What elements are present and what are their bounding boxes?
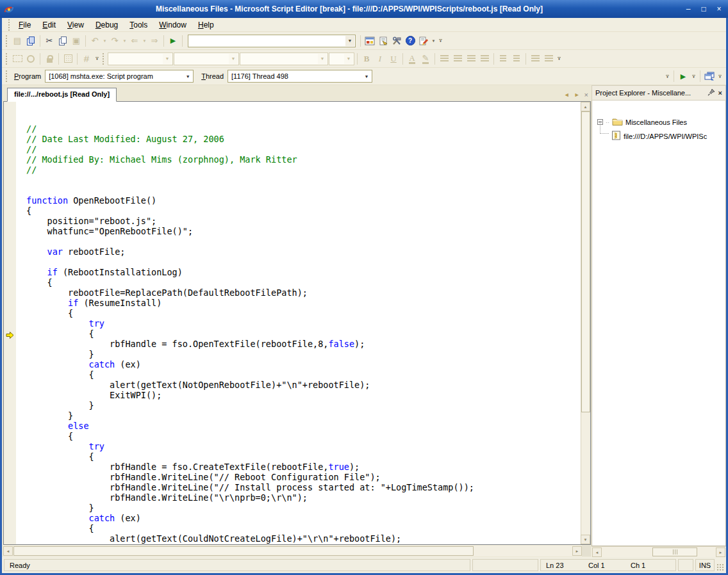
combo-arrow-icon[interactable]: ▼ <box>344 54 353 64</box>
toolbar-grip[interactable] <box>6 53 8 65</box>
copy-button[interactable] <box>56 34 69 48</box>
maximize-button[interactable]: □ <box>699 4 709 13</box>
tree-item-root[interactable]: ·· Miscellaneous Files <box>597 117 687 127</box>
code-line[interactable]: whatfunc="OpenRebootFile()"; <box>26 226 581 236</box>
font-format-combo[interactable]: ▼ <box>240 53 328 65</box>
code-line[interactable]: if (RebootInstallationLog) <box>26 267 581 277</box>
code-line[interactable]: rebootFile=ReplacePath(DefaultRebootFile… <box>26 288 581 298</box>
project-explorer-button[interactable] <box>363 34 376 48</box>
highlight-button[interactable]: ✎ <box>419 52 432 66</box>
panel-close-icon[interactable]: × <box>718 89 722 97</box>
code-line[interactable]: { <box>26 277 581 288</box>
style-combo[interactable]: ▼ <box>108 53 173 65</box>
menubar-grip[interactable] <box>8 19 10 31</box>
code-area[interactable]: //// Date Last Modified: August 27, 2006… <box>16 102 581 544</box>
resize-grip[interactable] <box>716 563 724 571</box>
scroll-thumb[interactable] <box>652 547 697 556</box>
code-line[interactable]: // <box>26 124 581 134</box>
windows-cascade-button[interactable] <box>703 69 716 83</box>
bold-button[interactable]: B <box>360 52 373 66</box>
code-line[interactable] <box>26 257 581 267</box>
menu-view[interactable]: View <box>62 19 90 31</box>
toolbox-button[interactable] <box>390 34 403 48</box>
code-line[interactable]: var rebootFile; <box>26 247 581 257</box>
code-line[interactable]: { <box>26 523 581 533</box>
command-combo[interactable]: ▼ <box>188 35 356 47</box>
code-line[interactable]: rbfHandle = fso.CreateTextFile(rebootFil… <box>26 462 581 472</box>
project-tree[interactable]: ·· Miscellaneous Files file:///D:/APPS/W… <box>592 101 726 546</box>
code-line[interactable]: else <box>26 421 581 431</box>
toolbar-grip[interactable] <box>6 70 8 82</box>
minimize-button[interactable]: – <box>683 4 693 13</box>
align-center-button[interactable] <box>451 52 464 66</box>
navigate-backward-dropdown[interactable]: ▼ <box>142 39 147 43</box>
code-line[interactable]: alert(getText(NotOpenRebootFile)+"\n"+re… <box>26 380 581 390</box>
code-line[interactable]: catch (ex) <box>26 359 581 369</box>
code-line[interactable]: // <box>26 144 581 154</box>
script-outline-dropdown[interactable]: ▼ <box>431 39 436 43</box>
absolute-position-button[interactable] <box>11 52 24 66</box>
vertical-scroll-thumb[interactable] <box>581 111 590 412</box>
tab-scroll-right-icon[interactable]: ► <box>574 92 580 98</box>
navigate-backward-button[interactable]: ⇐ <box>128 34 141 48</box>
horizontal-scrollbar[interactable]: ◄ ► <box>3 546 591 556</box>
scroll-down-icon[interactable]: ▼ <box>581 535 590 544</box>
navigate-forward-button[interactable]: ⇒ <box>148 34 161 48</box>
continue-button[interactable]: ▶ <box>167 34 179 48</box>
code-line[interactable]: position="reboot.js"; <box>26 216 581 226</box>
scroll-right-icon[interactable]: ► <box>572 546 582 556</box>
code-editor-pane[interactable]: //// Date Last Modified: August 27, 2006… <box>3 101 591 545</box>
combo-arrow-icon[interactable]: ▼ <box>318 54 327 64</box>
menu-file[interactable]: File <box>13 19 37 31</box>
align-right-button[interactable] <box>465 52 477 66</box>
code-line[interactable] <box>26 236 581 247</box>
lock-element-button[interactable] <box>43 52 56 66</box>
toolbar-overflow-handle[interactable]: ▼ <box>664 69 671 83</box>
outdent-button[interactable] <box>529 52 542 66</box>
combo-arrow-icon[interactable]: ▼ <box>229 54 238 64</box>
menu-window[interactable]: Window <box>153 19 192 31</box>
code-line[interactable]: try <box>26 318 581 328</box>
code-line[interactable]: { <box>26 431 581 441</box>
undo-dropdown[interactable]: ▼ <box>102 39 108 43</box>
toolbar-grip[interactable] <box>6 35 8 47</box>
code-line[interactable]: function OpenRebootFile() <box>26 195 581 206</box>
menu-tools[interactable]: Tools <box>124 19 153 31</box>
toolbar-options-handle[interactable]: ▼ <box>94 52 101 66</box>
menu-debug[interactable]: Debug <box>90 19 124 31</box>
pushpin-icon[interactable] <box>707 88 715 97</box>
combo-arrow-icon[interactable]: ▼ <box>163 54 172 64</box>
indicator-margin[interactable] <box>4 102 16 544</box>
font-size-combo[interactable]: ▼ <box>329 53 354 65</box>
properties-window-button[interactable] <box>377 34 390 48</box>
toolbar-overflow-handle[interactable]: ▼ <box>716 69 724 83</box>
menu-edit[interactable]: Edit <box>37 19 62 31</box>
help-button[interactable]: ? <box>404 34 417 48</box>
redo-button[interactable]: ↷ <box>108 34 121 48</box>
tree-item-file[interactable]: file:///D:/APPS/WPI/WPISc <box>611 131 707 142</box>
snap-grid-button[interactable]: # <box>80 52 93 66</box>
code-line[interactable]: // Modified By: Michael Mims (zorphnog),… <box>26 154 581 165</box>
tab-scroll-left-icon[interactable]: ◄ <box>564 92 570 98</box>
combo-arrow-icon[interactable]: ▼ <box>183 71 192 81</box>
scroll-left-icon[interactable]: ◄ <box>592 547 602 557</box>
combo-arrow-icon[interactable]: ▼ <box>362 71 371 81</box>
code-line[interactable]: // Date Last Modified: August 27, 2006 <box>26 134 581 144</box>
code-line[interactable]: } <box>26 503 581 513</box>
paste-button[interactable]: ▣ <box>70 34 83 48</box>
code-line[interactable]: { <box>26 369 581 380</box>
code-line[interactable]: } <box>26 400 581 410</box>
code-line[interactable]: if (ResumeInstall) <box>26 298 581 308</box>
code-line[interactable]: } <box>26 410 581 421</box>
italic-button[interactable]: I <box>374 52 386 66</box>
toolbar-grip[interactable] <box>103 53 104 65</box>
cut-button[interactable]: ✂ <box>43 34 56 48</box>
scroll-up-icon[interactable]: ▲ <box>581 102 590 111</box>
code-line[interactable]: RebootInstallationLog=false; <box>26 544 581 544</box>
undo-button[interactable]: ↶ <box>88 34 101 48</box>
code-line[interactable]: { <box>26 308 581 318</box>
scroll-right-icon[interactable]: ► <box>716 547 725 557</box>
font-color-button[interactable]: A <box>406 52 418 66</box>
save-button[interactable]: ▤ <box>11 34 24 48</box>
toolbar-overflow-handle[interactable]: ▼ <box>690 69 697 83</box>
